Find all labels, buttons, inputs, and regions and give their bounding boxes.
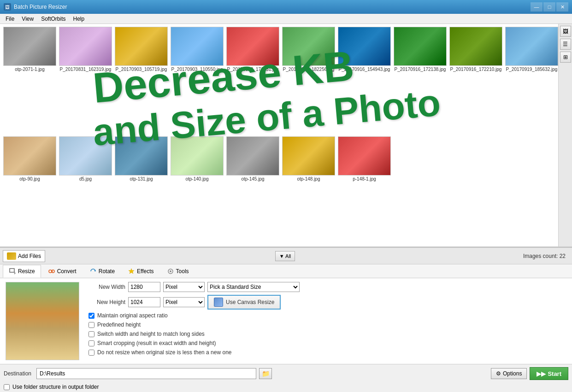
photo-filename: d5.jpg — [79, 176, 92, 181]
list-item[interactable]: p-148-1.jpg — [338, 136, 391, 244]
photo-grid-area: otp-2071-1.jpg P_20170831_162319.jpg P_2… — [0, 24, 572, 247]
photo-filename: p-148-1.jpg — [353, 176, 376, 181]
list-item[interactable]: otp-145.jpg — [226, 136, 279, 244]
options-button[interactable]: ⚙ Options — [491, 368, 527, 379]
canvas-resize-label: Use Canvas Resize — [226, 299, 274, 305]
do-not-resize-checkbox[interactable] — [88, 350, 94, 356]
list-item[interactable]: P_20170903_110550.jpg — [171, 27, 224, 135]
menu-softorbits[interactable]: SoftOrbits — [37, 15, 69, 23]
tab-rotate[interactable]: Rotate — [83, 265, 121, 278]
svg-marker-3 — [129, 269, 134, 274]
view-icon-btn[interactable]: 🖼 — [560, 26, 571, 37]
start-icon: ▶▶ — [537, 370, 546, 377]
height-unit-select[interactable]: Pixel Percent cm mm inch — [163, 297, 205, 307]
photo-filename: P_20170903_105719.jpg — [116, 67, 167, 72]
window-controls: — □ ✕ — [531, 2, 568, 12]
photo-thumbnail — [338, 136, 391, 176]
list-item[interactable]: P_20170831_162319.jpg — [59, 27, 112, 135]
list-item[interactable]: P_20170903_182256.jpg — [282, 27, 335, 135]
photo-filename: P_20170903_110550.jpg — [171, 67, 223, 72]
folder-structure-checkbox[interactable] — [4, 384, 10, 390]
canvas-resize-button[interactable]: Use Canvas Resize — [207, 295, 281, 310]
list-item[interactable]: otp-90.jpg — [3, 136, 56, 244]
standard-size-select[interactable]: Pick a Standard Size — [207, 282, 300, 292]
photo-thumbnail — [3, 136, 56, 176]
tab-resize[interactable]: Resize — [3, 265, 41, 278]
tools-icon — [167, 268, 174, 275]
photo-thumbnail — [3, 27, 56, 66]
menu-file[interactable]: File — [2, 15, 18, 23]
toolbar-row: Add Files ▼ All Images count: 22 — [0, 248, 572, 264]
photo-thumbnail — [171, 136, 224, 176]
photo-filename: otp-145.jpg — [241, 176, 264, 181]
grid-view-btn[interactable]: ⊞ — [560, 52, 571, 63]
smart-cropping-label: Smart cropping (result in exact width an… — [97, 340, 216, 346]
photo-grid: otp-2071-1.jpg P_20170831_162319.jpg P_2… — [0, 24, 572, 246]
tab-tools-label: Tools — [176, 268, 189, 275]
height-input[interactable] — [128, 297, 160, 307]
photo-filename: otp-90.jpg — [19, 176, 40, 181]
photo-filename: P_20170916_172210.jpg — [450, 67, 502, 72]
tab-rotate-label: Rotate — [99, 268, 115, 275]
predefined-height-checkbox[interactable] — [88, 322, 94, 328]
photo-filename: otp-140.jpg — [185, 176, 208, 181]
destination-row: Destination 📁 ⚙ Options ▶▶ Start — [0, 364, 572, 383]
switch-dimensions-checkbox[interactable] — [88, 331, 94, 337]
maintain-aspect-checkbox[interactable] — [88, 313, 94, 319]
menu-view[interactable]: View — [18, 15, 37, 23]
maximize-button[interactable]: □ — [543, 2, 555, 12]
photo-thumbnail — [115, 136, 168, 176]
minimize-button[interactable]: — — [531, 2, 543, 12]
photo-filename: P_20170903_182256.jpg — [283, 67, 335, 72]
list-item[interactable]: d5.jpg — [59, 136, 112, 244]
convert-icon — [48, 268, 55, 275]
list-item[interactable]: otp-131.jpg — [115, 136, 168, 244]
tab-convert-label: Convert — [57, 268, 77, 275]
settings-panel: New Width Pixel Percent cm mm inch Pick … — [0, 278, 572, 364]
app-icon: 🖼 — [4, 3, 11, 11]
list-item[interactable]: P_20170916_154943.jpg — [338, 27, 391, 135]
destination-input[interactable] — [36, 368, 256, 379]
browse-button[interactable]: 📁 — [259, 368, 272, 379]
right-panel: 🖼 ☰ ⊞ — [558, 24, 572, 246]
rotate-icon — [89, 268, 97, 275]
list-item[interactable]: P_20170916_172138.jpg — [394, 27, 447, 135]
list-item[interactable]: otp-140.jpg — [171, 136, 224, 244]
tab-tools[interactable]: Tools — [161, 265, 195, 278]
photo-filename: P_20170916_154943.jpg — [339, 67, 390, 72]
photo-thumbnail — [226, 27, 279, 66]
width-unit-select[interactable]: Pixel Percent cm mm inch — [163, 282, 205, 292]
settings-form: New Width Pixel Percent cm mm inch Pick … — [88, 282, 566, 360]
list-item[interactable]: P_20170919_185632.jpg — [505, 27, 558, 135]
gear-icon: ⚙ — [496, 370, 501, 377]
photo-thumbnail — [338, 27, 391, 66]
list-view-btn[interactable]: ☰ — [560, 39, 571, 50]
width-input[interactable] — [128, 282, 160, 292]
svg-rect-0 — [10, 269, 14, 272]
resize-icon — [9, 268, 16, 275]
main-content: otp-2071-1.jpg P_20170831_162319.jpg P_2… — [0, 24, 572, 392]
photo-filename: otp-148.jpg — [297, 176, 320, 181]
list-item[interactable]: otp-2071-1.jpg — [3, 27, 56, 135]
photo-thumbnail — [449, 27, 502, 66]
list-item[interactable]: otp-148.jpg — [282, 136, 335, 244]
menu-help[interactable]: Help — [70, 15, 88, 23]
tab-convert[interactable]: Convert — [42, 265, 83, 278]
menu-bar: File View SoftOrbits Help — [0, 14, 572, 24]
smart-cropping-checkbox[interactable] — [88, 340, 94, 346]
select-all-button[interactable]: ▼ All — [275, 251, 295, 261]
list-item[interactable]: P_20170916_172210.jpg — [449, 27, 502, 135]
do-not-resize-label: Do not resize when original size is less… — [97, 349, 232, 356]
svg-point-5 — [170, 270, 171, 272]
close-button[interactable]: ✕ — [556, 2, 568, 12]
folder-structure-row: Use folder structure in output folder — [0, 383, 572, 392]
tab-effects-label: Effects — [137, 268, 153, 275]
add-files-button[interactable]: Add Files — [3, 250, 45, 262]
do-not-resize-row: Do not resize when original size is less… — [88, 349, 566, 356]
bottom-panel: Add Files ▼ All Images count: 22 Resize — [0, 247, 572, 392]
predefined-height-row: Predefined height — [88, 322, 566, 328]
list-item[interactable]: P_20170903_105719.jpg — [115, 27, 168, 135]
list-item[interactable]: P_20170903_171531.jpg — [226, 27, 279, 135]
start-button[interactable]: ▶▶ Start — [530, 367, 568, 380]
tab-effects[interactable]: Effects — [122, 265, 159, 278]
